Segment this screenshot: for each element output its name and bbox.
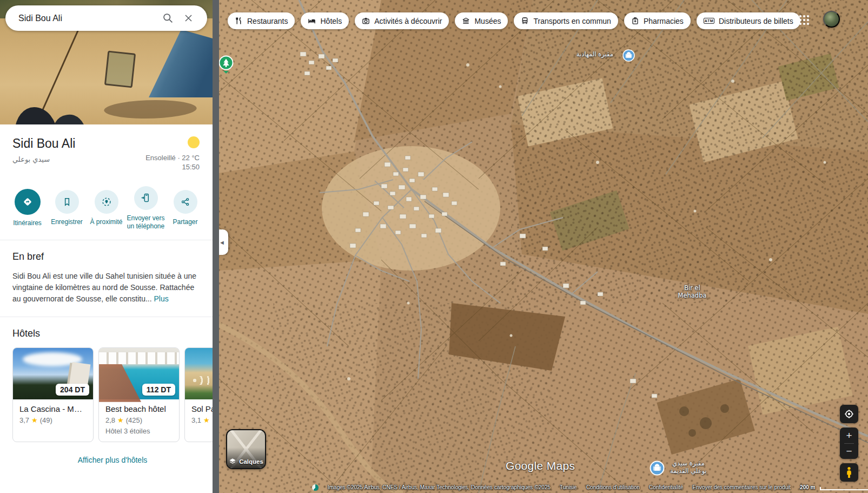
pharmacy-icon: [631, 17, 639, 25]
directions-button[interactable]: Itinéraires: [8, 186, 47, 231]
feedback-link[interactable]: Envoyer des commentaires sur le produit: [692, 484, 791, 490]
search-icon: [162, 12, 174, 24]
hotels-heading: Hôtels: [12, 328, 213, 339]
pegman-button[interactable]: [840, 463, 858, 482]
action-label: Partager: [165, 218, 205, 227]
send-to-phone-button[interactable]: Envoyer vers un téléphone: [126, 186, 165, 231]
hotel-photo-detail: [99, 352, 179, 364]
search-input[interactable]: [8, 14, 157, 23]
category-chip-bar: Restaurants Hôtels Activités à découvrir…: [228, 12, 800, 29]
action-label: Envoyer vers un téléphone: [126, 214, 165, 231]
privacy-link[interactable]: Confidentialité: [649, 484, 683, 490]
cemetery-poi-icon[interactable]: [650, 461, 665, 478]
hotel-card[interactable]: 204 DT La Cascina - Mai... 3,7 ★ (49): [12, 347, 94, 442]
map-scale[interactable]: 200 m: [800, 484, 868, 490]
cemetery-poi-icon[interactable]: [622, 49, 635, 64]
star-icon: ★: [203, 416, 210, 424]
region-label: Tunisie: [560, 484, 577, 490]
camera-icon: [362, 17, 370, 25]
weather-widget[interactable]: Ensoleillé · 22 °C 15:50: [145, 136, 200, 172]
close-icon: [183, 13, 194, 23]
chip-attractions[interactable]: Activités à découvrir: [355, 12, 449, 29]
photo-pole: [9, 21, 83, 124]
apps-grid-icon: [798, 14, 811, 27]
about-heading: En bref: [12, 251, 200, 262]
hotel-photo: [185, 348, 213, 399]
nearby-button[interactable]: À proximité: [87, 186, 126, 231]
nearby-icon: [95, 190, 118, 214]
rating-value: 3,1: [191, 416, 201, 424]
hotel-name: La Cascina - Mai...: [19, 404, 87, 413]
chip-label: Musées: [474, 17, 501, 25]
panel-scrollbar[interactable]: [213, 0, 219, 493]
park-poi-pin[interactable]: [219, 55, 234, 77]
mosque-icon: [650, 461, 665, 476]
clear-search-button[interactable]: [178, 8, 198, 29]
google-apps-button[interactable]: [798, 14, 811, 27]
my-location-icon: [844, 409, 854, 419]
layers-label: Calques: [239, 458, 263, 465]
chip-hotels[interactable]: Hôtels: [301, 12, 349, 29]
museum-icon: [462, 17, 470, 25]
zoom-control: + −: [840, 428, 858, 459]
hotel-cards: 204 DT La Cascina - Mai... 3,7 ★ (49): [12, 347, 213, 442]
hotel-rating: 3,1 ★: [191, 416, 213, 424]
star-icon: ★: [117, 416, 124, 424]
photo-person: [15, 107, 57, 124]
action-label: À proximité: [87, 218, 126, 227]
show-more-hotels-link[interactable]: Afficher plus d'hôtels: [78, 456, 148, 464]
hotel-card[interactable]: Sol Pa 3,1 ★: [184, 347, 213, 442]
map-label-bir-el-mehadba[interactable]: Bir el Mehadba: [668, 284, 717, 300]
map-label-cemetery-south[interactable]: مقبرة سيدي بوعلي القديمة: [667, 459, 710, 475]
label-line: مقبرة سيدي: [667, 459, 710, 467]
chip-label: Distributeurs de billets: [719, 17, 793, 25]
photo-chair: [104, 50, 136, 88]
account-avatar[interactable]: [823, 11, 840, 28]
hotel-card[interactable]: 112 DT Best beach hôtel 2,8 ★ (425) Hôte…: [98, 347, 180, 442]
zoom-out-button[interactable]: −: [840, 444, 858, 459]
photo-tent: [139, 28, 213, 97]
my-location-button[interactable]: [840, 405, 858, 423]
layers-button[interactable]: Calques: [226, 429, 266, 469]
search-button[interactable]: [157, 8, 178, 29]
share-icon: [174, 190, 197, 214]
directions-icon: [15, 189, 41, 215]
save-button[interactable]: Enregistrer: [47, 186, 87, 231]
price-badge: 112 DT: [142, 384, 175, 396]
transit-icon: [521, 17, 529, 25]
satellite-imagery: [219, 0, 868, 493]
about-more-link[interactable]: Plus: [154, 294, 169, 303]
layers-icon: [229, 458, 236, 465]
hotel-rating: 2,8 ★ (425): [105, 416, 173, 424]
google-maps-app: Sidi Bou Ali سيدي بوعلي Ensoleillé · 22 …: [0, 0, 868, 493]
google-maps-watermark: Google Maps: [506, 459, 575, 472]
sun-icon: [188, 136, 200, 148]
action-bar: Itinéraires Enregistrer À proximité Envo…: [0, 180, 213, 240]
weather-time: 15:50: [145, 163, 200, 172]
collapse-panel-button[interactable]: ◄: [219, 229, 228, 255]
label-line: بوعلي القديمة: [667, 467, 710, 475]
hotel-photo: 204 DT: [13, 348, 93, 399]
chip-museums[interactable]: Musées: [455, 12, 508, 29]
share-button[interactable]: Partager: [165, 186, 205, 231]
label-line: Bir el: [668, 284, 717, 292]
terms-link[interactable]: Conditions d'utilisation: [586, 484, 640, 490]
action-label: Enregistrer: [47, 218, 87, 227]
place-panel: Sidi Bou Ali سيدي بوعلي Ensoleillé · 22 …: [0, 0, 213, 493]
review-count: (49): [40, 416, 52, 424]
map-label-cemetery-north[interactable]: مقبرة المهادبة: [565, 50, 625, 58]
hotel-rating: 3,7 ★ (49): [19, 416, 87, 424]
tree-icon: [219, 55, 234, 75]
chip-transit[interactable]: Transports en commun: [514, 12, 618, 29]
attribution-bar: Images ©2025 Airbus, CNES / Airbus, Maxa…: [312, 483, 866, 492]
chip-atms[interactable]: ATM Distributeurs de billets: [697, 12, 800, 29]
chip-pharmacies[interactable]: Pharmacies: [624, 12, 691, 29]
zoom-in-button[interactable]: +: [840, 428, 858, 443]
restaurants-icon: [235, 17, 243, 25]
hotel-photo-detail: [98, 364, 141, 402]
price-badge: 204 DT: [56, 384, 89, 396]
map-canvas[interactable]: Restaurants Hôtels Activités à découvrir…: [219, 0, 868, 493]
imagery-attribution: Images ©2025 Airbus, CNES / Airbus, Maxa…: [328, 484, 551, 490]
hotel-subtitle: Hôtel 3 étoiles: [105, 427, 173, 435]
chip-restaurants[interactable]: Restaurants: [228, 12, 295, 29]
